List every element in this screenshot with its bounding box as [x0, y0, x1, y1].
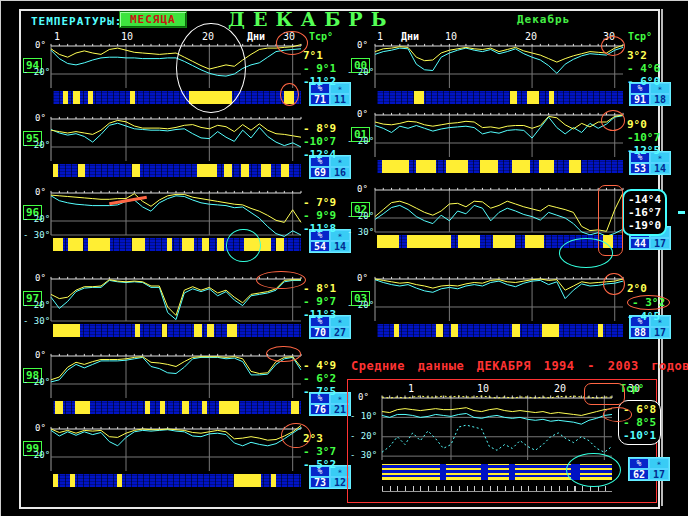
strip-yellow-segment — [117, 474, 122, 487]
strip-yellow-segment — [234, 474, 261, 487]
y-axis-label: - 20° — [347, 300, 374, 310]
frost-strip — [53, 474, 301, 487]
chart-02: 020°- 20°- 30°%∗4417-14°4-16°7-19°0 — [345, 190, 661, 252]
temperature-line — [375, 116, 623, 138]
badge-value-left: 62 — [629, 469, 649, 480]
frost-strip — [53, 164, 301, 177]
y-axis-label: 0° — [35, 273, 46, 283]
strip-yellow-segment — [55, 401, 62, 414]
tavg-value: - 4°6 — [627, 62, 660, 75]
chart-99: 990°- 20°%∗73122°3- 3°7- 5°2 — [21, 429, 347, 491]
strip-yellow-segment — [167, 238, 172, 251]
day-axis-label: Дни — [401, 31, 419, 42]
day-axis-label: 30 — [283, 31, 295, 42]
strip-yellow-segment — [603, 235, 613, 248]
percent-badge: %∗6217 — [628, 457, 670, 481]
temperature-line — [51, 196, 301, 237]
badge-value-right: 17 — [649, 469, 669, 480]
tavg-value: - 9°7 — [303, 295, 336, 308]
strip-yellow-segment — [241, 164, 248, 177]
strip-yellow-segment — [281, 164, 288, 177]
tavg-value: - 3°2 — [627, 295, 670, 310]
frost-strip — [53, 91, 301, 104]
y-axis-label: - 10° — [350, 411, 377, 421]
temperature-line — [51, 194, 301, 223]
right-column-month-title: Декабрь — [517, 13, 570, 26]
badge-value-right: 17 — [650, 327, 670, 338]
tavg-values: 3°2- 4°6- 6°0 — [627, 49, 660, 88]
tavg-value: -12°5 — [627, 144, 660, 157]
strip-yellow-segment — [510, 91, 517, 104]
day-axis-label: 10 — [121, 31, 133, 42]
strip-yellow-segment — [451, 324, 458, 337]
app-window: ТЕМПЕРАТУРЫ: МЕСЯЦА ДЕКАБРЬ Декабрь Сред… — [0, 0, 688, 516]
strip-yellow-segment — [414, 91, 424, 104]
strip-gap — [571, 464, 580, 480]
strip-yellow-segment — [189, 91, 231, 104]
y-axis-label: 0° — [358, 392, 369, 402]
y-axis-label: 0° — [35, 40, 46, 50]
chart-plot — [51, 119, 301, 161]
badge-value-left: 44 — [630, 238, 650, 249]
strip-yellow-segment — [549, 91, 554, 104]
chart-plot — [51, 429, 301, 471]
tavg-axis-label: Тср° — [628, 31, 652, 42]
snowflake-icon: ∗ — [649, 458, 669, 469]
frost-strip — [53, 324, 301, 337]
strip-yellow-segment — [132, 238, 144, 251]
chart-95: 950°- 20°%∗6916- 8°9-10°7-12°4 — [21, 119, 347, 181]
temperature-line — [51, 357, 301, 382]
strip-yellow-segment — [284, 91, 294, 104]
tavg-value: -14°4 — [628, 193, 661, 206]
y-axis-label: - 20° — [347, 67, 374, 77]
strip-yellow-segment — [132, 164, 139, 177]
tavg-value: - 6°8 — [623, 403, 656, 416]
tavg-value: - 4°5 — [627, 310, 670, 323]
tavg-value: 7°1 — [303, 49, 336, 62]
tavg-value: -10°7 — [627, 131, 660, 144]
tavg-value: - 7°9 — [303, 196, 336, 209]
tavg-values: -14°4-16°7-19°0 — [622, 189, 667, 236]
strip-yellow-segment — [135, 324, 140, 337]
y-axis-label: 0° — [35, 350, 46, 360]
strip-yellow-segment — [436, 324, 443, 337]
chart-plot — [51, 279, 301, 321]
tavg-values: 2°3- 3°7- 5°2 — [303, 432, 336, 471]
tavg-value: -10°7 — [303, 135, 336, 148]
chart-00: 000°- 20°1Дни102030Тср°%∗91183°2- 4°6- 6… — [345, 46, 661, 108]
strip-yellow-segment — [53, 474, 58, 487]
tavg-values: - 8°9-10°7-12°4 — [303, 122, 336, 161]
day-axis-label: 20 — [554, 383, 566, 394]
strip-gap — [440, 464, 447, 480]
badge-value-left: 54 — [310, 241, 330, 252]
y-axis-label: 0° — [357, 273, 368, 283]
tavg-value: - 5°2 — [303, 458, 336, 471]
tavg-value: -12°4 — [303, 148, 336, 161]
tavg-axis-label: Тср° — [620, 383, 644, 394]
strip-yellow-segment — [70, 474, 75, 487]
summary-box: 1102030Тср°0°- 10°- 20°- 30°- 6°8- 8°5-1… — [347, 379, 657, 503]
strip-yellow-segment — [539, 160, 554, 173]
month-button[interactable]: МЕСЯЦА — [119, 11, 187, 28]
chart-03: 030°- 20°%∗88172°0- 3°2- 4°5 — [345, 279, 661, 341]
chart-plot — [375, 115, 623, 157]
badge-value-left: 53 — [630, 163, 650, 174]
badge-value-right: 17 — [650, 238, 670, 249]
day-axis-label: 1 — [408, 383, 414, 394]
badge-value-left: 69 — [310, 167, 330, 178]
badge-value-right: 14 — [650, 163, 670, 174]
chart-98: 980°- 20°%∗7621- 4°9- 6°2- 7°5 — [21, 356, 347, 418]
day-axis-label: Дни — [247, 31, 265, 42]
strip-yellow-segment — [542, 324, 559, 337]
tavg-value: - 6°0 — [627, 75, 660, 88]
frost-strip — [377, 160, 623, 173]
chart-plot — [375, 279, 623, 321]
tavg-value: - 9°1 — [303, 62, 336, 75]
tavg-value: -19°0 — [628, 219, 661, 232]
strip-gap — [509, 464, 516, 480]
frost-strip — [377, 235, 623, 248]
strip-yellow-segment — [182, 401, 189, 414]
chart-plot — [375, 190, 623, 232]
chart-plot — [375, 46, 623, 88]
tavg-value: - 8°9 — [303, 122, 336, 135]
